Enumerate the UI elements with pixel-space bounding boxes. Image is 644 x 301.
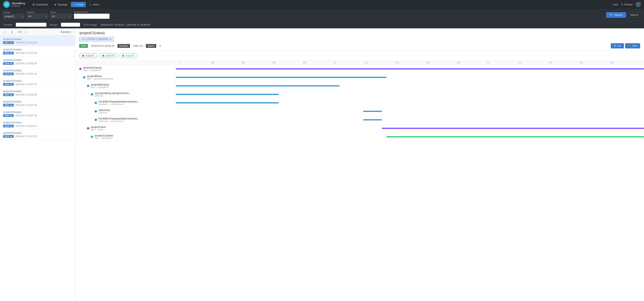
endpoint-filter-group: Endpoint Name [74,11,110,19]
start-value: 2019-04-27 18:42:04 [91,44,114,47]
trace-badge: 2213 ms [3,135,14,138]
projectA-label: projectA [85,54,94,57]
more-button[interactable]: More ▾ [628,12,641,18]
span-sub: Unknown [98,111,110,114]
span-dot [91,136,93,138]
tree-view-btn[interactable]: 🌿 Tree [625,43,640,48]
span-dot [95,119,97,121]
trace-badge: 2318 ms [3,62,14,65]
user-btn[interactable]: 👤 [636,2,641,7]
auto-btn[interactable]: Auto [613,3,618,6]
span-dot [87,127,89,129]
trace-item[interactable]: /projectC/{value} 2292 ms 2019-04-27 18:… [0,88,75,98]
main-layout: ‹ / 50 › Duration ↕ /projectC/{value} 23… [0,28,644,301]
trace-item[interactable]: /projectC/{value} 2228 ms 2019-04-27 18:… [0,119,75,129]
ruler-tick: 2s [486,61,517,64]
span-row[interactable]: selectUser Unknown [75,107,644,116]
logo-name: Skywalking [12,2,25,5]
service-tag-projectC[interactable]: projectC [119,53,137,58]
service-select[interactable]: projectC [3,14,24,19]
trace-time: 2019-04-27 18:37:33 [15,83,37,86]
trace-time: 2019-04-27 18:37:25 [15,135,37,138]
span-name: /projectB/{value} [91,83,109,86]
trace-item[interactable]: /projectC/{value} 2285 ms 2019-04-27 18:… [0,109,75,119]
filter-bar: Service projectC Instance All Status All… [0,9,644,21]
trace-item[interactable]: /projectC/{value} 2213 ms 2019-04-27 18:… [0,129,75,140]
span-row[interactable]: /projectB/{value} Http — SpringMVC [75,82,644,90]
trace-item[interactable]: /projectC/{value} 2305 ms 2019-04-27 18:… [0,77,75,88]
trace-time: 2019-04-27 18:42:08 [15,93,37,96]
status-filter-group: Status All [50,11,72,19]
reload-btn[interactable]: ↻ Reload [621,3,632,6]
span-sub: Database — h2-jdbc-driver [98,103,140,105]
time-range-value: 2019-04-27 18:30:02 ~ 2019-04-27 18:45:0… [101,23,150,26]
page-input[interactable] [8,30,16,34]
service-tag-projectA[interactable]: projectA [79,53,97,58]
user-icon: 👤 [637,3,640,6]
span-row[interactable]: org.skywalking.springcloud.tes... Unknow… [75,90,644,99]
trace-item[interactable]: /projectC/{value} 2314 ms 2019-04-27 18:… [0,67,75,77]
trace-item[interactable]: /projectC/{value} 2318 ms 2019-04-27 18:… [0,56,75,67]
ruler-tick: 200 [210,61,241,64]
trace-item[interactable]: /projectC/{value} 2286 ms 2019-04-27 18:… [0,98,75,109]
span-dot [79,68,82,70]
list-view-btn[interactable]: ☰ List [611,43,624,48]
next-page-btn[interactable]: › [23,30,27,34]
ruler-tick: 2.8s [610,61,640,64]
nav-trace-label: Trace [77,3,83,6]
search-button[interactable]: 🔍 Search [606,12,626,18]
left-panel: ‹ / 50 › Duration ↕ /projectC/{value} 23… [0,28,75,301]
duration-tag: Duration [118,44,130,48]
span-bar [176,77,386,78]
span-bar [382,128,644,129]
logo-sub: Rocketbot [12,5,25,7]
nav-trace[interactable]: ⇢ Trace [71,2,86,7]
list-icon: ☰ [614,44,616,47]
trace-time: 2019-04-27 18:42:04 [15,41,37,44]
span-sub: Http — SpringRestTemplate [87,78,113,80]
trace-time: 2019-04-27 18:37:14 [15,72,37,75]
span-dot [95,110,97,112]
span-row[interactable]: /projectB/test Http — SpringRestTemplate [75,73,644,82]
trace-meta-row: Start 2019-04-27 18:42:04 Duration 2391 … [79,43,640,48]
service-tag-projectB[interactable]: projectB [99,53,118,58]
trace-time: 2019-04-27 18:42:17 [15,125,37,127]
prev-page-btn[interactable]: ‹ [3,30,6,34]
span-row[interactable]: /projectA/{name} Http — SpringMVC [75,65,644,73]
trace-id-tag[interactable]: 4.52.15563617236800095 ⊕ [79,37,114,41]
ruler-tick: 2.2s [517,61,548,64]
alarm-icon: ⚠ [89,3,92,6]
trace-item[interactable]: /projectC/{value} 2391 ms 2019-04-27 18:… [0,36,75,46]
span-row[interactable]: H2/JDBC/PreparedStatement/exec... Databa… [75,116,644,124]
nav-topology-label: Topology [57,3,68,6]
traceid-input[interactable] [16,22,46,27]
trace-list: /projectC/{value} 2391 ms 2019-04-27 18:… [0,36,75,301]
trace-time: 2019-04-27 18:42:08 [15,62,37,65]
span-name: /projectC/test [91,126,106,128]
span-sub: Http — Feign [91,128,106,131]
nav-topology[interactable]: ◈ Topology [52,2,70,7]
auto-label: Auto [613,3,618,6]
endpoint-name-input[interactable] [74,13,110,19]
span-dot [87,85,89,87]
status-select[interactable]: All [50,14,72,19]
nav-dashboard[interactable]: ⊞ Dashboard [30,2,51,7]
span-sub: Http — SpringMVC [91,86,109,88]
span-row[interactable]: H2/JDBC/PreparedStatement/exec... Databa… [75,99,644,107]
nav-alarm[interactable]: ⚠ Alarm [86,2,102,7]
ruler-tick: 1s [333,61,364,64]
service-filter: projectA projectB projectC [75,51,644,61]
trace-tree-area: 02004006008001s1.2s1.4s1.6s1.8s2s2.2s2.4… [75,61,644,301]
trace-item[interactable]: /projectC/{value} 2328 ms 2019-04-27 18:… [0,46,75,56]
ruler-tick: 1.4s [395,61,425,64]
trace-item-title: /projectC/{value} [3,48,72,51]
instance-select[interactable]: All [27,14,48,19]
range-input[interactable] [61,22,80,27]
trace-badge: 2286 ms [3,104,14,106]
span-row[interactable]: /projectC/test Http — Feign [75,124,644,133]
trace-icon: ⇢ [74,3,76,6]
span-bar [176,94,279,95]
trace-item-title: /projectC/{value} [3,79,72,82]
span-row[interactable]: /projectC/{value} Http — SpringMVC [75,133,644,141]
duration-sort[interactable]: Duration ↕ [60,30,72,33]
